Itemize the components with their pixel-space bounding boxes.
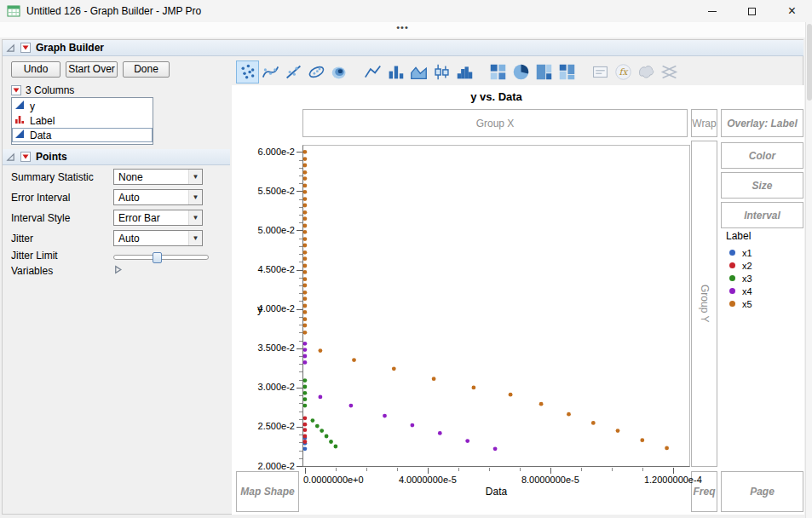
y-minor-tick (299, 435, 302, 435)
legend-item-x3[interactable]: x3 (729, 272, 752, 285)
tool-contour-button[interactable] (328, 60, 351, 83)
legend-item-x2[interactable]: x2 (729, 259, 752, 272)
y-minor-tick (299, 458, 302, 459)
columns-section-header[interactable]: 3 Columns (11, 84, 74, 96)
scrollbar-thumb[interactable] (807, 24, 812, 101)
ellipse-icon (308, 63, 325, 81)
points-section-header[interactable]: Points (3, 149, 230, 165)
tool-histogram-button[interactable] (453, 60, 476, 83)
group-y-drop-zone[interactable]: Group Y (691, 141, 717, 467)
jitter-select[interactable]: Auto ▼ (113, 230, 203, 246)
bar-icon (387, 63, 405, 81)
y-major-tick (297, 388, 302, 388)
collapse-triangle-icon[interactable] (6, 153, 15, 162)
y-minor-tick (299, 176, 302, 176)
wrap-drop-zone[interactable]: Wrap (691, 109, 717, 137)
y-tick-label: 4.000e-2 (246, 303, 295, 314)
legend-marker (729, 301, 735, 307)
tool-box-plot-button[interactable] (430, 60, 453, 83)
x-minor-tick (366, 468, 367, 471)
tool-line-button[interactable] (361, 60, 384, 83)
graph-title: y vs. Data (302, 90, 690, 103)
columns-section-title: 3 Columns (26, 84, 74, 96)
tool-mosaic-button[interactable] (556, 60, 579, 83)
variables-disclosure-icon[interactable] (113, 265, 123, 277)
slider-handle[interactable] (153, 252, 162, 263)
select-value: Auto (118, 233, 188, 245)
legend-marker (729, 250, 735, 256)
variables-label: Variables (11, 265, 53, 277)
mosaic-icon (558, 63, 576, 81)
y-minor-tick (299, 356, 302, 357)
jitter-limit-slider[interactable] (113, 255, 209, 260)
column-label: Label (30, 115, 55, 127)
y-major-tick (297, 427, 302, 428)
error-interval-select[interactable]: Auto ▼ (113, 189, 203, 205)
y-tick-label: 2.000e-2 (246, 461, 295, 471)
jitter-limit-label: Jitter Limit (11, 250, 58, 262)
contour-icon (331, 63, 348, 81)
titlebar[interactable]: Untitled 126 - Graph Builder - JMP Pro × (0, 0, 812, 22)
color-drop-zone[interactable]: Color (721, 142, 803, 169)
overlay-drop-zone[interactable]: Overlay: Label (721, 109, 803, 137)
tool-ellipse-button[interactable] (305, 60, 328, 83)
size-drop-zone[interactable]: Size (721, 172, 803, 199)
columns-listbox: y Label Data (11, 97, 153, 145)
tool-treemap-button[interactable] (533, 60, 556, 83)
red-triangle-menu-icon[interactable] (20, 152, 31, 162)
maximize-icon (748, 8, 756, 15)
collapse-triangle-icon[interactable] (6, 43, 15, 53)
y-tick-label: 5.500e-2 (246, 186, 295, 196)
summary-statistic-select[interactable]: None ▼ (113, 169, 203, 185)
x-minor-tick (489, 468, 490, 471)
tool-heatmap-button[interactable] (487, 60, 510, 83)
done-button[interactable]: Done (123, 61, 170, 78)
interval-style-select[interactable]: Error Bar ▼ (113, 210, 203, 226)
red-triangle-menu-icon[interactable] (11, 85, 21, 95)
interval-drop-zone[interactable]: Interval (721, 202, 803, 228)
column-label: y (30, 101, 35, 112)
page-drop-zone[interactable]: Page (721, 471, 803, 512)
tool-caption-box-button[interactable] (589, 60, 612, 83)
undo-button[interactable]: Undo (11, 61, 60, 78)
select-value: Auto (118, 192, 188, 204)
vertical-scrollbar[interactable] (805, 22, 812, 518)
plot-area[interactable] (302, 145, 690, 467)
tool-smoother-button[interactable] (259, 60, 282, 83)
tool-bar-button[interactable] (384, 60, 407, 83)
tool-line-of-fit-button[interactable] (282, 60, 305, 83)
menu-overflow[interactable]: ••• (0, 22, 805, 37)
group-x-drop-zone[interactable]: Group X (302, 109, 688, 137)
window-title: Untitled 126 - Graph Builder - JMP Pro (26, 5, 201, 17)
graph-builder-header[interactable]: Graph Builder (3, 40, 803, 56)
y-minor-tick (299, 412, 302, 412)
y-major-tick (297, 230, 302, 231)
tool-pie-button[interactable] (510, 60, 533, 83)
column-item-data[interactable]: Data (12, 128, 153, 142)
column-item-label[interactable]: Label (12, 113, 153, 128)
x-minor-tick (397, 468, 398, 471)
heatmap-icon (489, 63, 507, 81)
close-button[interactable]: × (772, 0, 812, 22)
y-minor-tick (299, 215, 302, 216)
start-over-button[interactable]: Start Over (66, 61, 118, 78)
tool-map-shapes-button[interactable] (635, 60, 658, 83)
red-triangle-menu-icon[interactable] (20, 43, 31, 53)
chevron-down-icon: ▼ (188, 231, 202, 245)
tool-parallel-button[interactable] (658, 60, 681, 83)
y-tick-label: 5.000e-2 (246, 225, 295, 235)
legend-item-x1[interactable]: x1 (729, 246, 752, 259)
legend-item-x4[interactable]: x4 (729, 285, 752, 297)
x-tick-label: 8.0000000e-5 (512, 475, 589, 485)
tool-formula-button[interactable]: fx (612, 60, 635, 83)
tool-points-button[interactable] (236, 60, 259, 83)
y-minor-tick (299, 254, 302, 255)
minimize-button[interactable] (692, 0, 732, 22)
legend-marker (729, 288, 735, 294)
maximize-button[interactable] (732, 0, 772, 22)
tool-area-button[interactable] (407, 60, 430, 83)
column-item-y[interactable]: y (12, 99, 153, 113)
map-shape-drop-zone[interactable]: Map Shape (236, 471, 299, 512)
legend-item-x5[interactable]: x5 (729, 297, 752, 310)
toolbar-group-gap (579, 60, 589, 83)
